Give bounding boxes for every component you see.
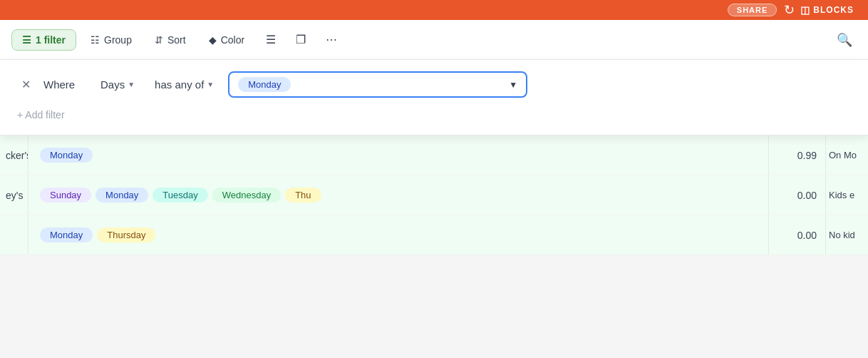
group-label: Group <box>104 34 132 46</box>
top-bar: SHARE ↻ ◫ BLOCKS <box>0 0 868 20</box>
color-button[interactable]: ◆ Color <box>200 30 253 50</box>
blocks-label: ◫ BLOCKS <box>800 4 854 16</box>
color-label: Color <box>221 34 244 46</box>
value-dropdown[interactable]: Monday ▼ <box>228 71 527 98</box>
row-note-partial: No kid <box>825 215 868 255</box>
field-dropdown[interactable]: Days ▼ <box>95 76 140 93</box>
row-days: Monday Thursday <box>29 215 768 255</box>
row-days: Monday <box>29 135 768 175</box>
filter-label: 1 filter <box>36 34 66 46</box>
day-tag-tuesday: Tuesday <box>153 188 207 203</box>
toolbar: ☰ 1 filter ☷ Group ⇵ Sort ◆ Color ☰ ❐ ⋯ … <box>0 20 868 60</box>
row-price: 0.00 <box>768 175 825 215</box>
day-tag-monday: Monday <box>95 188 148 203</box>
where-label: Where <box>43 78 86 91</box>
add-filter-row[interactable]: + Add filter <box>17 106 851 123</box>
day-tag-wednesday: Wednesday <box>212 188 281 203</box>
filter-row: ✕ Where Days ▼ has any of ▼ Monday ▼ <box>17 71 851 98</box>
operator-label: has any of <box>155 78 204 91</box>
search-button[interactable]: 🔍 <box>832 28 857 52</box>
group-button[interactable]: ☷ Group <box>82 30 140 50</box>
filter-close-button[interactable]: ✕ <box>17 76 35 93</box>
filter-icon: ☰ <box>22 34 31 46</box>
row-price: 0.00 <box>768 215 825 255</box>
row-price: 0.99 <box>768 135 825 175</box>
share-button[interactable]: SHARE <box>728 4 777 16</box>
filter-button[interactable]: ☰ 1 filter <box>11 29 76 51</box>
add-filter-label: + Add filter <box>17 109 65 121</box>
density-button[interactable]: ☰ <box>259 29 283 51</box>
day-tag-thursday-partial: Thu <box>285 188 321 203</box>
export-button[interactable]: ❐ <box>289 29 313 51</box>
value-chevron-icon: ▼ <box>509 80 517 90</box>
field-chevron-icon: ▼ <box>128 81 135 88</box>
sort-label: Sort <box>167 34 186 46</box>
table-row: ey's Sunday Monday Tuesday Wednesday Thu… <box>0 175 868 215</box>
sort-button[interactable]: ⇵ Sort <box>146 30 195 50</box>
sort-icon: ⇵ <box>155 34 163 46</box>
filter-panel: ✕ Where Days ▼ has any of ▼ Monday ▼ + A… <box>0 60 868 135</box>
day-tag-sunday: Sunday <box>40 188 91 203</box>
row-days: Sunday Monday Tuesday Wednesday Thu <box>29 175 768 215</box>
row-note-partial: On Mo <box>825 135 868 175</box>
row-name-partial <box>0 215 29 255</box>
selected-value-tag: Monday <box>238 77 291 92</box>
day-tag-monday: Monday <box>40 148 93 163</box>
field-label: Days <box>100 78 125 91</box>
row-note-partial: Kids e <box>825 175 868 215</box>
day-tag-thursday: Thursday <box>97 227 155 242</box>
day-tag-monday: Monday <box>40 227 93 242</box>
row-name-partial: ey's <box>0 175 29 215</box>
table-row: cker's Monday 0.99 On Mo <box>0 135 868 175</box>
color-icon: ◆ <box>209 34 217 46</box>
more-button[interactable]: ⋯ <box>319 29 344 51</box>
operator-chevron-icon: ▼ <box>207 81 214 88</box>
refresh-icon: ↻ <box>784 2 795 18</box>
row-name-partial: cker's <box>0 135 29 175</box>
table-row: Monday Thursday 0.00 No kid <box>0 215 868 255</box>
blocks-icon: ◫ <box>800 4 810 16</box>
table-area: cker's Monday 0.99 On Mo ey's Sunday Mon… <box>0 135 868 255</box>
group-icon: ☷ <box>91 34 100 46</box>
operator-dropdown[interactable]: has any of ▼ <box>149 76 219 93</box>
